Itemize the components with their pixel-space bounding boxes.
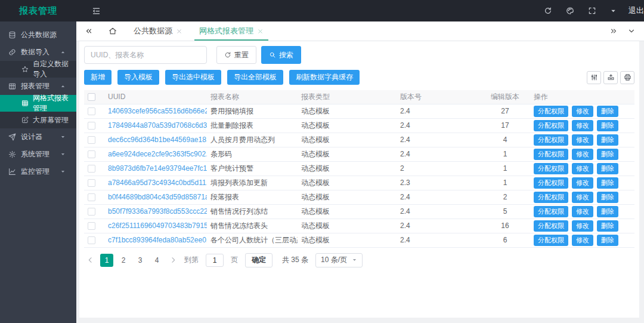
sidebar-toggle-icon[interactable] (92, 7, 101, 16)
export-selected-button[interactable]: 导出选中模板 (165, 70, 221, 85)
modify-button[interactable]: 修改 (572, 149, 593, 160)
sidebar-item-data-import[interactable]: 数据导入 (0, 44, 76, 61)
page-number-2[interactable]: 2 (117, 254, 130, 267)
delete-button[interactable]: 删除 (597, 235, 618, 246)
delete-button[interactable]: 删除 (597, 220, 618, 232)
tab-public-datasource[interactable]: 公共数据源 (125, 21, 191, 41)
uuid-link[interactable]: a78466a95d73c4934c0bd5d11... (108, 179, 207, 187)
version: 2.4 (397, 133, 480, 147)
row-checkbox[interactable] (88, 136, 95, 144)
sidebar-item-custom-data-import[interactable]: 自定义数据导入 (0, 61, 76, 78)
reset-button[interactable]: 重置 (216, 46, 256, 64)
tab-grid-report-manage[interactable]: 网格式报表管理 (191, 21, 272, 41)
row-checkbox[interactable] (88, 150, 95, 158)
delete-button[interactable]: 删除 (597, 120, 618, 131)
refresh-icon[interactable] (544, 7, 552, 15)
row-checkbox[interactable] (88, 222, 95, 230)
sidebar-item-public-datasource[interactable]: 公共数据源 (0, 26, 76, 44)
uuid-link[interactable]: dec6cc96d364b1be44569ae18... (108, 136, 207, 144)
delete-button[interactable]: 删除 (597, 134, 618, 146)
tabs-overflow-icon[interactable] (609, 27, 618, 35)
assign-permission-button[interactable]: 分配权限 (534, 206, 568, 217)
search-input[interactable] (84, 46, 207, 64)
assign-permission-button[interactable]: 分配权限 (534, 120, 568, 131)
sidebar-item-designer[interactable]: 设计器 (0, 128, 76, 146)
row-checkbox[interactable] (88, 236, 95, 244)
add-button[interactable]: 新增 (84, 70, 112, 85)
delete-button[interactable]: 删除 (597, 149, 618, 160)
assign-permission-button[interactable]: 分配权限 (534, 235, 568, 246)
refresh-dict-cache-button[interactable]: 刷新数据字典缓存 (289, 70, 360, 85)
search-button[interactable]: 搜索 (261, 46, 301, 64)
page-size-select[interactable]: 10 条/页 (315, 253, 363, 267)
delete-button[interactable]: 删除 (597, 106, 618, 117)
row-checkbox[interactable] (88, 107, 95, 115)
uuid-link[interactable]: b0f44689bd804c43d59d85871a... (108, 193, 207, 201)
uuid-link[interactable]: 8b9873d6fb7e14e93794ee7fc1... (108, 164, 207, 173)
sidebar-item-label: 公共数据源 (21, 30, 70, 40)
import-template-button[interactable]: 导入模板 (117, 70, 159, 85)
page-number-4[interactable]: 4 (150, 254, 163, 267)
row-checkbox[interactable] (88, 165, 95, 173)
row-checkbox[interactable] (88, 193, 95, 201)
close-icon[interactable] (176, 28, 182, 35)
row-checkbox[interactable] (88, 208, 95, 216)
caret-down-icon[interactable] (610, 8, 617, 14)
uuid-link[interactable]: c7f1bcc893964feda80ab52ee0... (108, 236, 207, 244)
delete-button[interactable]: 删除 (597, 206, 618, 217)
prev-page-icon[interactable] (84, 256, 97, 264)
sidebar-item-label: 网格式报表管理 (33, 93, 70, 113)
sidebar-item-monitor-manage[interactable]: 监控管理 (0, 163, 76, 180)
modify-button[interactable]: 修改 (572, 192, 593, 203)
tabs-collapse-icon[interactable] (76, 27, 100, 35)
assign-permission-button[interactable]: 分配权限 (534, 177, 568, 189)
palette-icon[interactable] (566, 7, 574, 15)
assign-permission-button[interactable]: 分配权限 (534, 220, 568, 232)
home-icon[interactable] (100, 27, 125, 35)
close-icon[interactable] (257, 28, 264, 35)
delete-button[interactable]: 删除 (597, 163, 618, 174)
next-page-icon[interactable] (167, 256, 179, 264)
delete-button[interactable]: 删除 (597, 177, 618, 189)
modify-button[interactable]: 修改 (572, 220, 593, 232)
modify-button[interactable]: 修改 (572, 134, 593, 146)
assign-permission-button[interactable]: 分配权限 (534, 149, 568, 160)
columns-button[interactable] (587, 71, 601, 84)
export-button[interactable] (603, 71, 618, 84)
jump-confirm-button[interactable]: 确定 (245, 253, 273, 267)
total-count-label: 共 35 条 (282, 255, 308, 265)
sidebar-item-grid-report-manage[interactable]: 网格式报表管理 (0, 95, 76, 112)
edit-version: 1 (480, 176, 530, 190)
sidebar-item-system-manage[interactable]: 系统管理 (0, 146, 76, 163)
modify-button[interactable]: 修改 (572, 206, 593, 217)
assign-permission-button[interactable]: 分配权限 (534, 163, 568, 174)
uuid-link[interactable]: 17849844a870a539d7068c6d3... (108, 121, 207, 130)
modify-button[interactable]: 修改 (572, 106, 593, 117)
row-checkbox[interactable] (88, 122, 95, 130)
select-all-checkbox[interactable] (88, 93, 95, 101)
uuid-link[interactable]: c26f25111696049703483b7915... (108, 222, 207, 230)
export-all-button[interactable]: 导出全部模板 (227, 70, 283, 85)
tabs-menu-icon[interactable] (627, 27, 636, 35)
fullscreen-icon[interactable] (588, 7, 596, 15)
page-number-1[interactable]: 1 (100, 254, 113, 267)
row-checkbox[interactable] (88, 179, 95, 187)
edit-icon (21, 116, 29, 124)
uuid-link[interactable]: b50f7f9336a7993f8cd553ccc22... (108, 207, 207, 216)
logout-button[interactable]: 退出 (628, 5, 644, 16)
modify-button[interactable]: 修改 (572, 177, 593, 189)
page-number-3[interactable]: 3 (134, 254, 147, 267)
delete-button[interactable]: 删除 (597, 192, 618, 203)
modify-button[interactable]: 修改 (572, 235, 593, 246)
assign-permission-button[interactable]: 分配权限 (534, 134, 568, 146)
uuid-link[interactable]: 140693cefe956ca5516d6b66e2... (108, 107, 207, 115)
sidebar-item-report-manage[interactable]: 报表管理 (0, 78, 76, 95)
sidebar-item-big-screen-manage[interactable]: 大屏幕管理 (0, 112, 76, 128)
assign-permission-button[interactable]: 分配权限 (534, 106, 568, 117)
uuid-link[interactable]: a6ee924dece2cfe9c363f5c902... (108, 150, 207, 158)
modify-button[interactable]: 修改 (572, 163, 593, 174)
assign-permission-button[interactable]: 分配权限 (534, 192, 568, 203)
modify-button[interactable]: 修改 (572, 120, 593, 131)
jump-page-input[interactable] (206, 254, 224, 267)
print-button[interactable] (620, 71, 634, 84)
